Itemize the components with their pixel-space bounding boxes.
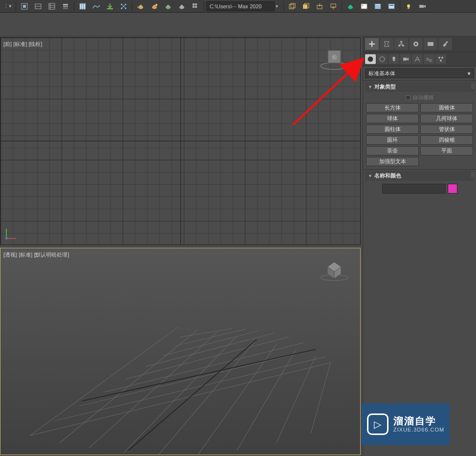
chevron-down-icon: ▾ (468, 70, 471, 77)
motion-tab[interactable] (409, 38, 423, 50)
svg-rect-44 (375, 4, 381, 9)
category-dropdown-row: 标准基本体 ▾ (363, 66, 476, 80)
box-button[interactable]: 长方体 (366, 103, 419, 112)
pyramid-button[interactable]: 四棱锥 (420, 135, 473, 145)
lights-subtab[interactable] (389, 54, 399, 64)
cameras-subtab[interactable] (400, 54, 411, 64)
main-tabs (363, 36, 476, 52)
systems-subtab[interactable] (435, 54, 446, 64)
render-frame-icon[interactable] (371, 1, 384, 12)
camera-icon[interactable] (416, 1, 429, 12)
teapot-tool-2[interactable] (148, 1, 161, 12)
svg-point-101 (438, 57, 440, 59)
tool-button-6[interactable] (90, 1, 103, 12)
helpers-subtab[interactable] (412, 54, 423, 64)
object-name-input[interactable] (382, 184, 446, 194)
path-field[interactable]: C:\Users\··· Max 2020 (206, 1, 275, 11)
layer-tool-2[interactable] (300, 1, 312, 12)
tool-button-1[interactable] (18, 1, 31, 12)
render-teapot-icon[interactable] (344, 1, 357, 12)
watermark-text: 溜溜自学 ZIXUE.3D66.COM (393, 415, 444, 433)
viewport-perspective[interactable]: [透视] [标准] [默认明暗处理] (0, 248, 361, 456)
path-dropdown-icon[interactable]: ▾ (276, 3, 281, 9)
cone-button[interactable]: 圆锥体 (420, 103, 473, 112)
render-setup-icon[interactable] (358, 1, 370, 12)
perspective-grid (0, 248, 360, 456)
utilities-tab[interactable] (438, 38, 452, 50)
teapot-tool-3[interactable] (162, 1, 174, 12)
svg-rect-35 (291, 3, 295, 8)
main-area: [前] [标准] [线框] 前 (0, 36, 476, 456)
tool-button-5[interactable] (76, 1, 89, 12)
tool-button-7[interactable] (104, 1, 116, 12)
layer-tool-4[interactable] (327, 1, 340, 12)
sphere-button[interactable]: 球体 (366, 114, 419, 123)
rollout-grip[interactable] (471, 173, 474, 177)
menu-dropdown-icon[interactable]: ⋮▾ (1, 1, 14, 12)
svg-rect-31 (195, 3, 197, 5)
plane-button[interactable]: 平面 (420, 146, 473, 155)
spacewarps-subtab[interactable] (424, 54, 434, 64)
teapot-button[interactable]: 茶壶 (366, 146, 419, 155)
modify-tab[interactable] (380, 38, 393, 50)
tool-button-8[interactable] (117, 1, 130, 12)
display-tab[interactable] (424, 38, 437, 50)
rollout-title-object-type[interactable]: ▼ 对象类型 (365, 82, 474, 92)
svg-rect-29 (181, 5, 183, 6)
tool-button-grid[interactable] (189, 1, 202, 12)
svg-point-97 (392, 57, 395, 60)
svg-rect-11 (80, 3, 86, 9)
top-toolbar: ⋮▾ C:\Users\··· Max 2020 ▾ (0, 0, 476, 13)
torus-button[interactable]: 圆环 (366, 135, 419, 145)
viewcube-persp[interactable] (317, 257, 351, 282)
svg-rect-8 (63, 4, 68, 5)
autogrid-label: 自动栅格 (412, 94, 434, 101)
category-dropdown[interactable]: 标准基本体 ▾ (365, 68, 474, 78)
viewport-front[interactable]: [前] [标准] [线框] 前 (0, 37, 361, 245)
watermark: ▷ 溜溜自学 ZIXUE.3D66.COM (362, 403, 450, 445)
rollout-title-name-color[interactable]: ▼ 名称和颜色 (365, 171, 474, 181)
path-text: C:\Users\··· Max 2020 (210, 3, 261, 9)
svg-rect-47 (389, 4, 394, 9)
geometry-subtab[interactable] (365, 54, 376, 64)
svg-point-52 (321, 63, 348, 69)
svg-rect-42 (361, 4, 367, 9)
geosphere-button[interactable]: 几何球体 (420, 114, 473, 123)
create-tab[interactable] (365, 38, 379, 50)
teapot-tool-4[interactable] (175, 1, 188, 12)
svg-rect-48 (389, 5, 393, 6)
rollout-label: 名称和颜色 (374, 172, 401, 179)
teapot-tool-1[interactable] (134, 1, 147, 12)
svg-rect-4 (49, 3, 55, 9)
svg-point-23 (152, 5, 157, 9)
tool-button-2[interactable] (32, 1, 44, 12)
tube-button[interactable]: 管状体 (420, 125, 473, 134)
rollout-object-type: ▼ 对象类型 自动栅格 长方体 圆锥体 球体 几何球体 圆柱体 管状体 圆环 四… (363, 80, 476, 169)
render-dialog-icon[interactable] (385, 1, 398, 12)
svg-point-57 (5, 238, 7, 239)
svg-point-103 (440, 60, 442, 62)
layer-tool-3[interactable] (313, 1, 326, 12)
object-button-grid: 长方体 圆锥体 球体 几何球体 圆柱体 管状体 圆环 四棱锥 茶壶 平面 加强型… (365, 103, 474, 166)
autogrid-checkbox[interactable] (406, 95, 411, 100)
tool-button-3[interactable] (45, 1, 58, 12)
svg-point-28 (179, 5, 184, 9)
chevron-down-icon: ▼ (368, 85, 372, 89)
axis-vertical (180, 38, 181, 244)
hierarchy-tab[interactable] (394, 38, 408, 50)
shapes-subtab[interactable] (377, 54, 388, 64)
light-icon[interactable] (402, 1, 415, 12)
viewcube[interactable]: 前 (317, 46, 351, 71)
chevron-down-icon: ▼ (368, 174, 372, 178)
svg-rect-1 (23, 5, 26, 8)
tool-button-4[interactable] (59, 1, 72, 12)
svg-text:前: 前 (332, 54, 337, 60)
separator (204, 1, 204, 11)
layer-tool-1[interactable] (286, 1, 299, 12)
rollout-grip[interactable] (471, 84, 474, 88)
textplus-button[interactable]: 加强型文本 (366, 157, 419, 166)
cylinder-button[interactable]: 圆柱体 (366, 125, 419, 134)
separator (74, 1, 74, 11)
svg-rect-50 (408, 7, 410, 9)
color-swatch[interactable] (448, 184, 457, 194)
